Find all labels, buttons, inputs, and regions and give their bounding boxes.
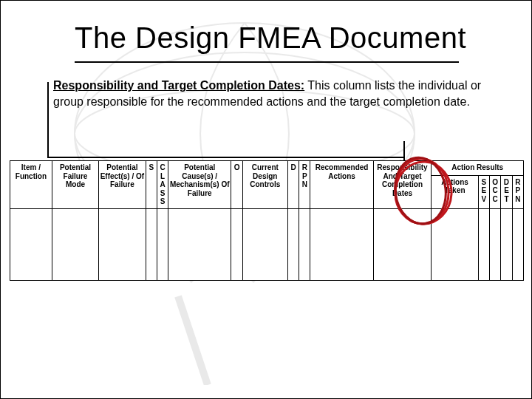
col-o: O	[231, 161, 242, 209]
col-responsibility: Responsibility And Target Completion Dat…	[373, 161, 432, 209]
title-underline	[75, 61, 459, 63]
col-controls: Current Design Controls	[242, 161, 287, 209]
col-rec-actions: Recommended Actions	[310, 161, 373, 209]
page-title: The Design FMEA Document	[75, 21, 466, 55]
col-rpn2: R P N	[512, 175, 523, 208]
col-effects: Potential Effect(s) / Of Failure	[99, 161, 146, 209]
col-action-results: Action Results	[432, 161, 524, 176]
col-class: C L A S S	[157, 161, 168, 209]
col-occ: O C C	[490, 175, 501, 208]
col-actions-taken: Actions Taken	[432, 175, 478, 208]
col-sev: S E V	[478, 175, 489, 208]
col-d: D	[287, 161, 299, 209]
fmea-table: Item / Function Potential Failure Mode P…	[10, 160, 524, 281]
col-item-function: Item / Function	[10, 161, 52, 209]
header-row-1: Item / Function Potential Failure Mode P…	[10, 161, 524, 176]
slide: The Design FMEA Document Responsibility …	[0, 0, 532, 399]
fmea-table-wrap: Item / Function Potential Failure Mode P…	[10, 160, 524, 281]
col-failure-mode: Potential Failure Mode	[52, 161, 98, 209]
col-causes: Potential Cause(s) / Mechanism(s) Of Fai…	[168, 161, 231, 209]
callout-lead: Responsibility and Target Completion Dat…	[53, 79, 304, 92]
col-rpn: R P N	[299, 161, 310, 209]
col-det: D E T	[501, 175, 512, 208]
callout-text: Responsibility and Target Completion Dat…	[53, 78, 482, 109]
table-row	[10, 208, 524, 280]
col-s: S	[146, 161, 157, 209]
